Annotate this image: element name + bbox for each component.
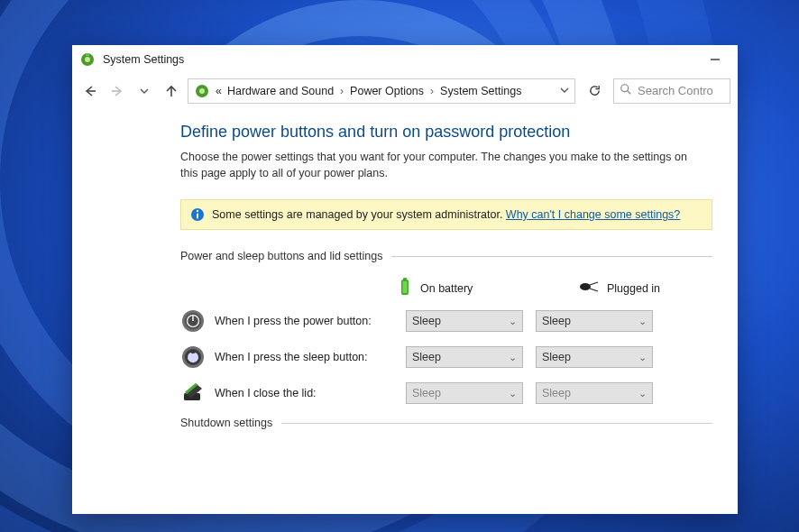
select-value: Sleep xyxy=(412,351,441,363)
chevron-down-icon: ⌄ xyxy=(638,316,647,327)
refresh-button[interactable] xyxy=(581,78,608,104)
select-sleep-battery[interactable]: Sleep ⌄ xyxy=(406,346,523,368)
column-headers: On battery Plugged in xyxy=(180,277,712,299)
chevron-down-icon: ⌄ xyxy=(509,388,517,399)
battery-icon xyxy=(397,277,413,299)
svg-rect-1 xyxy=(86,53,89,56)
lid-icon xyxy=(180,381,206,406)
content-pane: Define power buttons and turn on passwor… xyxy=(72,106,738,514)
up-button[interactable] xyxy=(161,80,182,102)
app-icon xyxy=(79,51,96,68)
select-sleep-plugged[interactable]: Sleep ⌄ xyxy=(536,346,653,368)
section-divider xyxy=(391,256,712,257)
svg-point-17 xyxy=(580,283,591,290)
svg-point-2 xyxy=(85,57,90,62)
svg-point-13 xyxy=(197,210,198,212)
search-input[interactable]: Search Contro xyxy=(613,78,730,104)
section-divider xyxy=(281,423,712,424)
row-sleep-button: When I press the sleep button: Sleep ⌄ S… xyxy=(180,344,712,370)
notice-help-link[interactable]: Why can't I change some settings? xyxy=(506,208,680,221)
page-description: Choose the power settings that you want … xyxy=(180,149,703,181)
breadcrumb-prefix: « xyxy=(216,85,222,97)
column-battery-label: On battery xyxy=(420,282,473,295)
admin-notice: Some settings are managed by your system… xyxy=(180,199,712,230)
chevron-right-icon: › xyxy=(340,85,344,97)
row-close-lid: When I close the lid: Sleep ⌄ Sleep ⌄ xyxy=(180,381,712,406)
crumb-hardware[interactable]: Hardware and Sound xyxy=(227,85,334,97)
system-settings-window: System Settings « Hardware and Sound › P… xyxy=(72,45,738,514)
select-value: Sleep xyxy=(542,315,571,327)
select-value: Sleep xyxy=(542,387,571,399)
svg-point-8 xyxy=(199,88,205,94)
chevron-down-icon: ⌄ xyxy=(509,352,517,363)
minimize-button[interactable] xyxy=(700,46,730,73)
search-icon xyxy=(620,83,632,98)
control-panel-icon xyxy=(194,83,210,99)
select-lid-battery: Sleep ⌄ xyxy=(406,382,523,404)
chevron-right-icon: › xyxy=(430,85,434,97)
section-shutdown: Shutdown settings xyxy=(180,417,712,429)
svg-rect-15 xyxy=(403,278,407,280)
svg-rect-16 xyxy=(403,281,408,293)
column-on-battery: On battery xyxy=(397,277,531,299)
select-value: Sleep xyxy=(412,315,441,327)
window-title: System Settings xyxy=(103,53,693,66)
power-button-icon xyxy=(180,308,206,334)
titlebar: System Settings xyxy=(72,45,738,74)
svg-line-19 xyxy=(590,289,598,291)
sleep-button-icon xyxy=(180,344,206,370)
crumb-power-options[interactable]: Power Options xyxy=(350,85,424,97)
column-plugged-label: Plugged in xyxy=(607,282,660,295)
svg-point-9 xyxy=(621,85,629,92)
chevron-down-icon: ⌄ xyxy=(509,316,517,327)
navbar: « Hardware and Sound › Power Options › S… xyxy=(72,74,738,106)
info-icon xyxy=(190,207,205,222)
chevron-down-icon: ⌄ xyxy=(638,352,647,363)
row-power-label: When I press the power button: xyxy=(215,315,372,327)
crumb-system-settings[interactable]: System Settings xyxy=(440,85,521,97)
row-lid-label: When I close the lid: xyxy=(215,387,317,399)
row-sleep-label: When I press the sleep button: xyxy=(215,351,368,363)
svg-line-10 xyxy=(628,91,631,95)
notice-text: Some settings are managed by your system… xyxy=(212,208,680,221)
recent-locations-button[interactable] xyxy=(133,80,155,102)
select-value: Sleep xyxy=(542,351,571,363)
notice-message: Some settings are managed by your system… xyxy=(212,208,502,221)
page-heading: Define power buttons and turn on passwor… xyxy=(180,123,712,142)
column-plugged-in: Plugged in xyxy=(578,280,712,297)
svg-rect-12 xyxy=(197,214,198,219)
svg-line-18 xyxy=(590,282,598,285)
section-label: Power and sleep buttons and lid settings xyxy=(180,250,382,262)
select-value: Sleep xyxy=(412,387,441,399)
select-power-battery[interactable]: Sleep ⌄ xyxy=(406,310,523,332)
select-lid-plugged: Sleep ⌄ xyxy=(536,382,653,404)
search-placeholder: Search Contro xyxy=(638,84,713,97)
chevron-down-icon: ⌄ xyxy=(638,388,647,399)
address-dropdown-button[interactable] xyxy=(560,84,569,97)
row-power-button: When I press the power button: Sleep ⌄ S… xyxy=(180,308,712,334)
select-power-plugged[interactable]: Sleep ⌄ xyxy=(536,310,653,332)
section-label: Shutdown settings xyxy=(180,417,272,429)
back-button[interactable] xyxy=(79,80,101,102)
section-power-sleep-lid: Power and sleep buttons and lid settings xyxy=(180,250,712,262)
forward-button[interactable] xyxy=(106,80,128,102)
address-bar[interactable]: « Hardware and Sound › Power Options › S… xyxy=(188,78,575,104)
plug-icon xyxy=(578,280,600,297)
